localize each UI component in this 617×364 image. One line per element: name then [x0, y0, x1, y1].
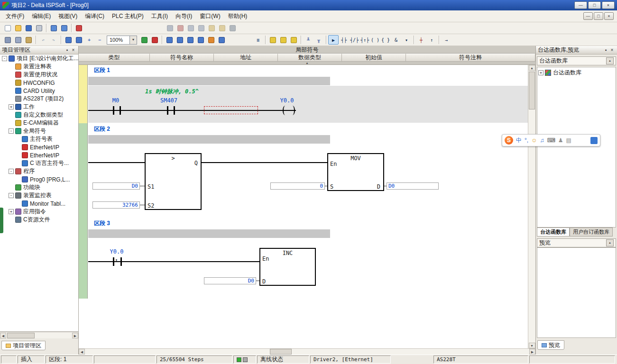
tree-item[interactable]: 自定义数据类型 [0, 111, 78, 119]
print-button[interactable] [34, 23, 44, 33]
pin-icon[interactable]: ▪ [64, 47, 70, 53]
scroll-right-button[interactable]: ▶ [529, 349, 535, 355]
section-comment-bar[interactable] [88, 229, 330, 238]
tree-item[interactable]: CARD Utility [0, 87, 78, 95]
voice-icon[interactable]: ♫ [540, 137, 544, 144]
window-layout-button[interactable] [165, 23, 175, 33]
save-button[interactable] [23, 23, 34, 33]
device-monitor-button[interactable] [195, 35, 206, 45]
tree-expander[interactable]: - [9, 193, 14, 198]
new-file-button[interactable] [2, 23, 13, 33]
ladder-down-button[interactable]: ╥ [313, 35, 324, 45]
tree-item[interactable]: C资源文件 [0, 216, 78, 224]
symbol-column-header[interactable]: 符号名称 [150, 54, 214, 62]
section-gutter-active[interactable] [79, 65, 88, 123]
project-workspace-button[interactable] [48, 23, 59, 33]
contact-sm407[interactable] [174, 106, 175, 115]
section-comment-bar[interactable] [88, 77, 330, 85]
preview-panel-tab[interactable]: 预览 [537, 340, 564, 350]
symbols-collapse-strip[interactable]: ▲ [79, 62, 535, 65]
symbol-column-header[interactable]: 初始值 [342, 54, 406, 62]
operand-field[interactable]: D0 [92, 182, 140, 190]
project-panel-tab[interactable]: 项目管理区 [1, 341, 46, 350]
editor-vscrollbar[interactable]: ▲ ▼ [528, 65, 535, 348]
contact-y00[interactable] [120, 257, 122, 266]
more-elements-button[interactable]: ▾ [401, 35, 412, 45]
emoji-icon[interactable]: ☺ [531, 137, 537, 144]
preview-group-header[interactable]: 预览 ▲ [537, 238, 616, 247]
online-edit-button[interactable] [206, 35, 216, 45]
tree-item[interactable]: -装置监控表 [0, 191, 78, 200]
tree-item[interactable]: -程序 [0, 167, 78, 175]
tree-expander[interactable]: - [2, 56, 7, 61]
menu-item[interactable]: 工具(I) [147, 10, 172, 22]
tree-expander[interactable]: - [9, 169, 14, 174]
symbol-column-header[interactable]: 符号注释 [406, 54, 535, 62]
scroll-up-button[interactable]: ▲ [529, 65, 535, 71]
coil-button[interactable]: ( ) [370, 35, 380, 45]
ladder-up-button[interactable]: ╨ [303, 35, 313, 45]
coil-label[interactable]: Y0.0 [276, 97, 298, 104]
mov-block[interactable]: MOV En S D [327, 153, 384, 191]
chinese-mode-icon[interactable]: 中 [516, 136, 522, 145]
tree-item[interactable]: -全局符号 [0, 127, 78, 135]
tree-item[interactable]: -项目 [E:\设计\南郊化工... [0, 55, 78, 63]
tree-item[interactable]: 主符号表 [0, 135, 78, 143]
section-label[interactable]: 区段 3 [94, 219, 110, 228]
section-gutter[interactable] [79, 123, 88, 299]
paste-button[interactable] [23, 35, 34, 45]
section-comment-bar[interactable] [88, 135, 330, 144]
tree-expander[interactable]: + [9, 209, 14, 214]
menu-item[interactable]: 编辑(E) [28, 10, 55, 22]
redo-button[interactable]: ↷ [48, 35, 59, 45]
coil[interactable] [290, 106, 295, 115]
project-tree-hscrollbar[interactable]: ◀ ▶ [0, 332, 78, 338]
anchor-button[interactable] [227, 23, 238, 33]
skin-icon[interactable]: ▤ [566, 137, 571, 144]
scroll-right-button[interactable]: ▶ [72, 333, 78, 338]
menu-item[interactable]: 视图(V) [55, 10, 81, 22]
contact-no-button[interactable]: ┤├ [339, 35, 349, 45]
copy-button[interactable] [13, 35, 23, 45]
ladder-canvas[interactable]: 区段 1 1s 时钟脉冲, 0.5^ M0 SM407 Y0.0 区段 2 > … [79, 65, 528, 348]
operand-field[interactable]: 32766 [92, 201, 140, 209]
tree-expander[interactable]: + [9, 104, 14, 109]
contact-sm407[interactable] [167, 106, 168, 115]
lock-button[interactable] [206, 23, 217, 33]
vertical-line-button[interactable]: ┼ [416, 35, 426, 45]
tree-item[interactable]: EtherNet/IP [0, 143, 78, 151]
upload-button[interactable] [175, 35, 185, 45]
operand-field[interactable]: D0 [204, 277, 256, 284]
close-button[interactable]: × [602, 1, 615, 9]
collapsed-panel-handle[interactable] [0, 208, 3, 233]
compare-block[interactable]: > Q S1 S2 [145, 153, 202, 210]
rung-comment[interactable]: 1s 时钟脉冲, 0.5^ [145, 88, 199, 96]
close-icon[interactable]: × [609, 47, 615, 53]
minimize-button[interactable]: — [574, 1, 587, 9]
maximize-button[interactable]: □ [588, 1, 601, 9]
scroll-left-button[interactable]: ◀ [0, 333, 6, 338]
unlock-button[interactable] [217, 23, 227, 33]
tree-expander[interactable]: + [538, 70, 543, 75]
tree-item[interactable]: EtherNet/IP [0, 151, 78, 159]
zoom-out-button[interactable]: − [94, 35, 105, 45]
library-group-header[interactable]: 台达函数库 ▲ [537, 56, 616, 65]
operand-field[interactable]: D0 [387, 182, 439, 190]
ime-toolbar[interactable]: S 中°,☺♫⌨♟▤ [502, 134, 600, 146]
symbol-column-header[interactable]: 数据类型 [278, 54, 342, 62]
record-button[interactable] [175, 23, 185, 33]
add-network-below-button[interactable] [278, 35, 288, 45]
section-label[interactable]: 区段 2 [94, 125, 110, 133]
tree-item[interactable]: +应用指令 [0, 208, 78, 216]
inc-block[interactable]: INC En D [259, 248, 316, 286]
ime-logo-icon[interactable]: S [505, 136, 513, 145]
tree-item[interactable]: 功能块 [0, 183, 78, 191]
compile-button[interactable] [74, 23, 84, 33]
contact-y00[interactable] [113, 257, 114, 266]
coil[interactable] [283, 106, 287, 115]
section-label[interactable]: 区段 1 [94, 66, 110, 74]
collapse-icon[interactable]: ▲ [606, 239, 614, 246]
output-window-button[interactable] [59, 23, 69, 33]
ime-toolbox-grid-icon[interactable] [590, 137, 598, 144]
tree-item[interactable]: Prog0 [PRG,L... [0, 175, 78, 183]
